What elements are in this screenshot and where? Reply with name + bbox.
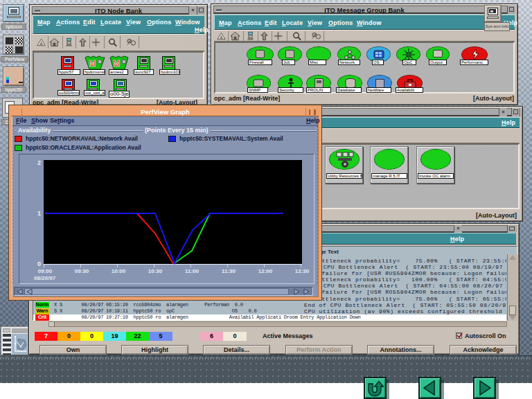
svg-text:M: M (113, 59, 120, 69)
svg-text:M: M (89, 59, 96, 69)
